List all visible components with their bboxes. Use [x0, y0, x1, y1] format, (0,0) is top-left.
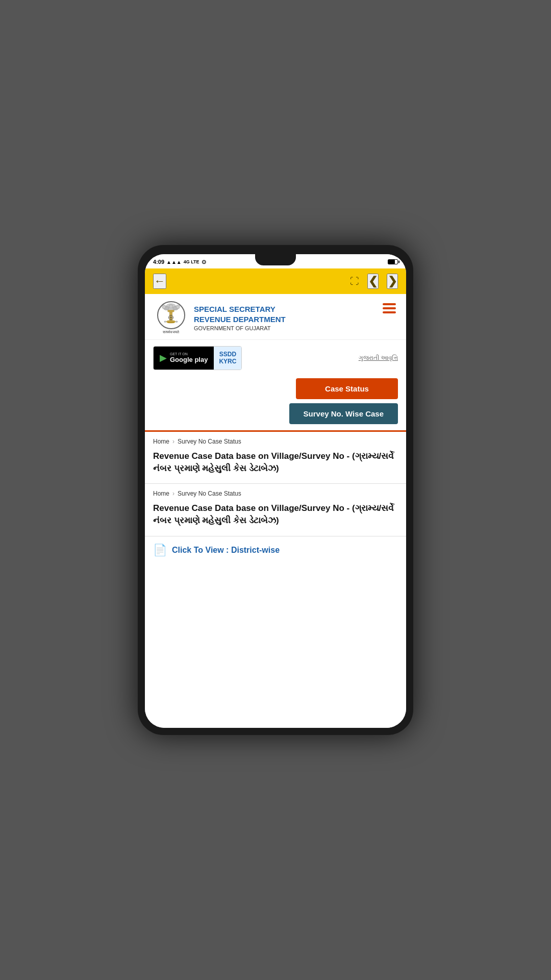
toolbar-left: ← [153, 274, 166, 289]
prev-button[interactable]: ❮ [367, 274, 379, 289]
action-buttons: Case Status Survey No. Wise Case [145, 374, 406, 430]
breadcrumb-sep-2: › [172, 490, 174, 497]
phone-screen: 4:09 ▲▲▲ 4G LTE ⊙ ← ⛶ ❮ ❯ [145, 254, 406, 728]
breadcrumb-section-1: Home › Survey No Case Status Revenue Cas… [145, 432, 406, 484]
site-title: SPECIAL SECRETARY REVENUE DEPARTMENT GOV… [194, 304, 286, 331]
back-button[interactable]: ← [153, 274, 166, 289]
emblem-svg [158, 303, 184, 328]
next-button[interactable]: ❯ [387, 274, 398, 289]
section-title-1: Revenue Case Data base on Village/Survey… [153, 450, 398, 475]
emblem-circle [157, 301, 185, 329]
breadcrumb-2: Home › Survey No Case Status [153, 490, 398, 497]
hamburger-line-3 [383, 311, 396, 313]
phone-notch [255, 254, 296, 265]
breadcrumb-current-1: Survey No Case Status [178, 438, 241, 445]
expand-icon[interactable]: ⛶ [350, 276, 359, 287]
gujarati-link[interactable]: ગુજરાતી આવૃત્તિ [359, 354, 398, 361]
ssdd-badge[interactable]: SSDD KYRC [214, 347, 241, 370]
section-title-2: Revenue Case Data base on Village/Survey… [153, 502, 398, 527]
svg-rect-7 [168, 310, 174, 312]
network-label: 4G LTE [184, 259, 199, 264]
ssdd-text: SSDD KYRC [219, 351, 236, 365]
phone-frame: 4:09 ▲▲▲ 4G LTE ⊙ ← ⛶ ❮ ❯ [138, 245, 413, 735]
breadcrumb-current-2: Survey No Case Status [178, 490, 241, 497]
toolbar: ← ⛶ ❮ ❯ [145, 268, 406, 294]
breadcrumb-1: Home › Survey No Case Status [153, 438, 398, 445]
svg-point-3 [162, 305, 166, 308]
site-subtitle: GOVERNMENT OF GUJARAT [194, 325, 286, 331]
badge-group: ▶ GET IT ON Google play SSDD KYRC [153, 346, 242, 370]
svg-point-4 [176, 305, 180, 308]
app-badges-section: ▶ GET IT ON Google play SSDD KYRC ગુજરાત… [145, 340, 406, 374]
svg-point-5 [169, 304, 172, 308]
document-icon: 📄 [153, 544, 167, 557]
content-area: सत्यमेव जयते SPECIAL SECRETARY REVENUE D… [145, 294, 406, 728]
toolbar-right: ⛶ ❮ ❯ [350, 274, 398, 289]
status-time: 4:09 [153, 259, 164, 265]
breadcrumb-home-2[interactable]: Home [153, 490, 169, 497]
wifi-icon: ⊙ [202, 259, 206, 265]
hamburger-line-2 [383, 307, 396, 309]
breadcrumb-section-2: Home › Survey No Case Status Revenue Cas… [145, 484, 406, 536]
signal-icon: ▲▲▲ [166, 259, 182, 265]
site-header: सत्यमेव जयते SPECIAL SECRETARY REVENUE D… [145, 294, 406, 340]
click-view-link[interactable]: Click To View : District-wise [172, 546, 280, 555]
play-icon: ▶ [160, 352, 167, 363]
google-play-badge[interactable]: ▶ GET IT ON Google play [154, 347, 214, 370]
case-status-button[interactable]: Case Status [296, 378, 398, 399]
hamburger-button[interactable] [381, 301, 398, 315]
status-bar-right [388, 259, 398, 264]
breadcrumb-sep-1: › [172, 438, 174, 445]
survey-wise-button[interactable]: Survey No. Wise Case [289, 403, 398, 424]
emblem-container: सत्यमेव जयते [153, 301, 189, 334]
battery-icon [388, 259, 398, 264]
status-bar-left: 4:09 ▲▲▲ 4G LTE ⊙ [153, 259, 206, 265]
hamburger-line-1 [383, 303, 396, 305]
logo-area: सत्यमेव जयते SPECIAL SECRETARY REVENUE D… [153, 301, 286, 334]
emblem-text: सत्यमेव जयते [153, 330, 189, 334]
site-title-line1: SPECIAL SECRETARY REVENUE DEPARTMENT [194, 304, 286, 324]
gplay-text: GET IT ON Google play [170, 352, 208, 363]
battery-fill [388, 260, 395, 264]
svg-rect-9 [168, 322, 174, 323]
click-view-section: 📄 Click To View : District-wise [145, 536, 406, 564]
breadcrumb-home-1[interactable]: Home [153, 438, 169, 445]
